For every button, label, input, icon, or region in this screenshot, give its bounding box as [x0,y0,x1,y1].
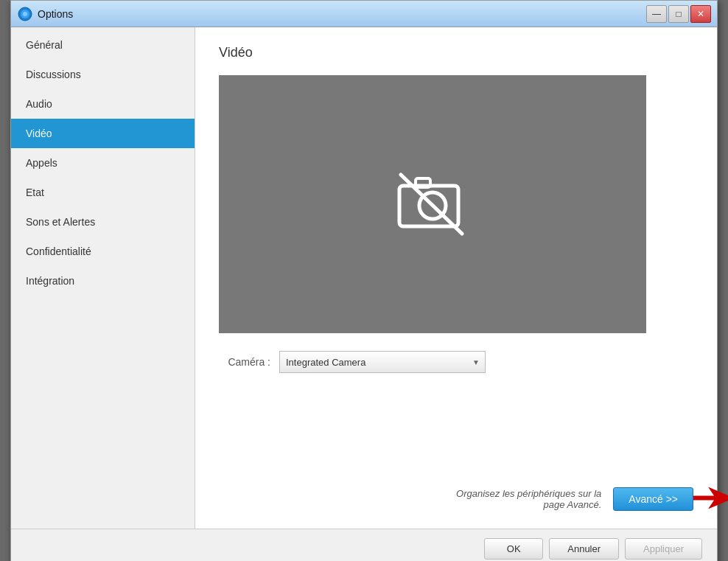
app-icon [17,6,33,22]
svg-point-2 [23,12,27,16]
camera-select-wrapper: Integrated Camera Aucune caméra [279,351,486,373]
advanced-hint: Organisez les périphériques sur la page … [439,488,601,510]
bottom-bar: OK Annuler Appliquer [11,529,717,561]
cancel-button[interactable]: Annuler [549,538,619,560]
sidebar-item-status[interactable]: Etat [11,178,195,207]
sidebar-item-general[interactable]: Général [11,30,195,60]
ok-button[interactable]: OK [484,538,543,560]
title-bar: Options — □ ✕ [11,1,717,27]
window-title: Options [38,8,646,20]
video-preview [219,75,646,333]
camera-select[interactable]: Integrated Camera Aucune caméra [279,351,486,373]
section-title: Vidéo [219,45,693,60]
sidebar-item-calls[interactable]: Appels [11,148,195,178]
sidebar-item-discussions[interactable]: Discussions [11,60,195,89]
svg-marker-7 [693,487,728,509]
options-window: Options — □ ✕ Général Discussions Audio … [10,0,718,561]
content-area: Général Discussions Audio Vidéo Appels E… [11,27,717,529]
maximize-button[interactable]: □ [668,5,689,23]
advanced-button-container: Avancé >> [613,487,693,511]
sidebar: Général Discussions Audio Vidéo Appels E… [11,27,195,529]
advanced-section: Organisez les périphériques sur la page … [219,487,693,511]
camera-label: Caméra : [219,356,270,368]
sidebar-item-video[interactable]: Vidéo [11,119,195,148]
no-camera-icon [392,167,473,241]
advanced-button[interactable]: Avancé >> [613,487,693,511]
sidebar-item-sounds[interactable]: Sons et Alertes [11,207,195,237]
red-arrow [693,487,728,512]
sidebar-item-audio[interactable]: Audio [11,89,195,119]
main-panel: Vidéo Camér [195,27,717,529]
close-button[interactable]: ✕ [690,5,711,23]
apply-button[interactable]: Appliquer [625,538,702,560]
camera-row: Caméra : Integrated Camera Aucune caméra [219,351,693,373]
window-controls: — □ ✕ [646,5,711,23]
sidebar-item-privacy[interactable]: Confidentialité [11,237,195,266]
minimize-button[interactable]: — [646,5,667,23]
sidebar-item-integration[interactable]: Intégration [11,266,195,296]
svg-rect-5 [416,178,430,187]
